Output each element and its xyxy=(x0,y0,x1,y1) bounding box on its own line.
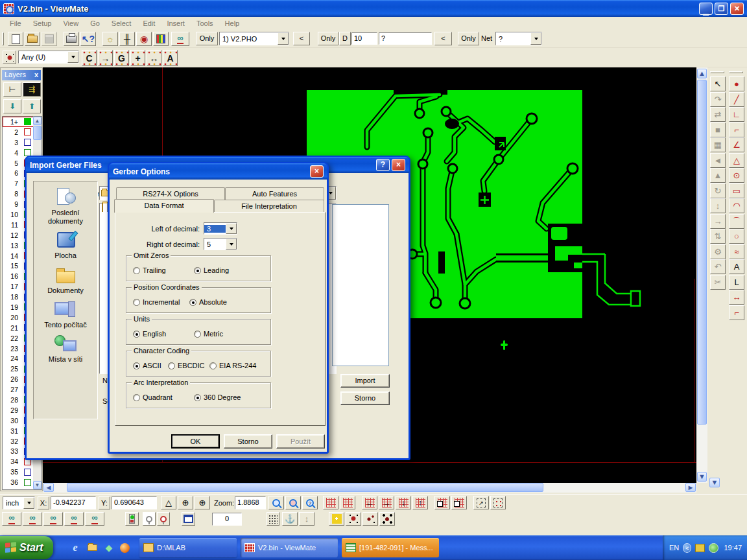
only-dcode-button[interactable]: Only xyxy=(318,32,338,45)
menu-help[interactable]: Help xyxy=(219,18,246,29)
radio-option-eia-rs-244[interactable]: EIA RS-244 xyxy=(209,362,256,369)
print-button[interactable] xyxy=(64,32,79,46)
aperture-combo-arrow[interactable] xyxy=(67,51,78,63)
radio-option-metric[interactable]: Metric xyxy=(194,330,223,338)
language-indicator[interactable]: EN xyxy=(669,544,679,552)
task-normal[interactable]: D:\MLAB xyxy=(139,538,237,557)
x-coordinate-button[interactable]: X: xyxy=(38,496,49,509)
layer-down-button[interactable]: ⬇ xyxy=(3,99,21,113)
block-tool[interactable]: ■ xyxy=(710,122,726,137)
layer-scroll-thumb[interactable] xyxy=(33,126,42,140)
unit-combo-arrow[interactable] xyxy=(23,497,34,509)
triangle-tool[interactable]: △ xyxy=(729,153,744,168)
layer-color-swatch[interactable] xyxy=(24,118,31,125)
place-computer[interactable]: Tento počítač xyxy=(36,300,95,329)
layer-order-button[interactable]: ⇶ xyxy=(23,82,41,97)
dcode-filter-input[interactable]: ? xyxy=(379,32,432,45)
flash-mode-1-button[interactable] xyxy=(329,512,344,526)
view-traces-button[interactable]: ∞ xyxy=(64,512,84,526)
apply-button[interactable]: Použít xyxy=(276,434,325,449)
dialog-close-button[interactable]: × xyxy=(310,165,324,178)
prev-layer-button[interactable]: < xyxy=(293,32,310,45)
pan-up-button[interactable]: ↑ xyxy=(412,496,428,509)
rectangle-tool[interactable]: ▭ xyxy=(729,183,744,198)
y-coordinate-button[interactable]: Y: xyxy=(99,496,110,509)
highlight-flash-button[interactable]: ☼ xyxy=(102,32,118,46)
layer-combo[interactable]: 1) V2.PHO xyxy=(219,32,289,45)
scroll-right-button[interactable]: ► xyxy=(685,483,696,492)
vector-mode-button[interactable]: ↕ xyxy=(299,512,314,526)
undo-tool[interactable]: ↶ xyxy=(710,259,726,274)
menu-insert[interactable]: Insert xyxy=(161,18,191,29)
radio-option-english[interactable]: English xyxy=(133,330,166,338)
corner-tool[interactable]: ⌐ xyxy=(729,122,744,137)
menu-view[interactable]: View xyxy=(57,18,84,29)
vertical-scroll-thumb[interactable] xyxy=(697,80,707,425)
cancel-button[interactable]: Storno xyxy=(224,434,272,449)
mirror-vertical-tool[interactable]: ▲ xyxy=(710,168,726,183)
move-item-tool[interactable]: → xyxy=(710,214,726,229)
quicklaunch-firefox-icon[interactable] xyxy=(118,541,131,554)
gerber-dialog-titlebar[interactable]: Gerber Options × xyxy=(109,163,327,180)
toolbar-grip[interactable] xyxy=(710,71,724,73)
place-documents[interactable]: Dokumenty xyxy=(36,266,95,295)
open-file-button[interactable] xyxy=(25,32,40,46)
task-alert[interactable]: [191-482-091] - Mess... xyxy=(342,538,439,557)
dcode-input[interactable]: 10 xyxy=(351,32,377,45)
swap-layer-tool[interactable]: ⇅ xyxy=(710,229,726,244)
tab-auto-features[interactable]: Auto Features xyxy=(225,187,324,200)
horizontal-scroll-thumb[interactable] xyxy=(67,483,543,492)
lamp-plain-button[interactable] xyxy=(143,512,156,526)
select-tool[interactable]: ↖ xyxy=(710,76,726,91)
scroll-left-button[interactable]: ◄ xyxy=(43,483,54,492)
grid-origin-button[interactable] xyxy=(434,496,450,509)
circle-tool[interactable]: ⊙ xyxy=(729,168,744,183)
grid-fine-button[interactable] xyxy=(340,496,355,509)
view-pads-button[interactable]: ∞ xyxy=(43,512,63,526)
save-file-button[interactable] xyxy=(42,32,57,46)
menu-go[interactable]: Go xyxy=(84,18,106,29)
radio-option-incremental[interactable]: Incremental xyxy=(133,298,180,306)
scale-tool[interactable]: ↕ xyxy=(710,198,726,213)
aperture-filter-button[interactable] xyxy=(3,51,16,64)
zoom-field[interactable]: 1.8868 xyxy=(235,496,266,509)
fill-tool[interactable]: ▦ xyxy=(710,137,726,152)
settings-tool[interactable]: ⚙ xyxy=(710,244,726,259)
radio-option-trailing[interactable]: Trailing xyxy=(133,266,166,274)
prev-dcode-button[interactable]: < xyxy=(434,32,452,45)
close-button[interactable]: ✕ xyxy=(730,3,744,15)
layer-combo-arrow[interactable] xyxy=(278,32,289,45)
toolbar-grip[interactable] xyxy=(729,71,743,73)
copy-tool[interactable]: ⇄ xyxy=(710,107,726,122)
tab-data-format[interactable]: Data Format xyxy=(114,199,214,213)
quicklaunch-folder-icon[interactable] xyxy=(86,541,99,554)
tray-messenger-icon[interactable] xyxy=(695,544,705,552)
spline-tool[interactable]: ≈ xyxy=(729,244,744,259)
combo-arrow[interactable] xyxy=(226,223,237,234)
y-coordinate-field[interactable]: 0.690643 xyxy=(112,496,157,509)
ok-button[interactable]: OK xyxy=(171,434,220,449)
rotate-tool[interactable]: ↻ xyxy=(710,183,726,198)
grid-count-field[interactable]: 0 xyxy=(212,513,242,526)
zoom-query-button[interactable]: ? xyxy=(302,496,318,509)
snap-grid-button[interactable] xyxy=(267,512,279,526)
dcode-c-button[interactable]: C xyxy=(82,50,97,66)
context-help-button[interactable]: ↖? xyxy=(80,32,96,46)
anchor-button[interactable]: ⚓ xyxy=(282,512,298,526)
layer-color-swatch[interactable] xyxy=(24,479,31,486)
layer-scroll-up-icon[interactable]: ▲ xyxy=(33,117,42,125)
dcode-view-button[interactable]: ◉ xyxy=(136,32,152,46)
combo-arrow[interactable] xyxy=(226,239,237,250)
dialog-close-button[interactable]: × xyxy=(392,159,405,171)
dcode-arrow-button[interactable]: → xyxy=(98,50,113,66)
split-view-button[interactable] xyxy=(182,512,195,526)
net-combo[interactable]: ? xyxy=(495,32,542,45)
radio-option-ascii[interactable]: ASCII xyxy=(133,362,161,369)
radio-option-360-degree[interactable]: 360 Degree xyxy=(194,393,241,401)
view-sketch-button[interactable]: ∞ xyxy=(85,512,104,526)
x-coordinate-field[interactable]: -0.942237 xyxy=(51,496,96,509)
radio-option-absolute[interactable]: Absolute xyxy=(189,298,227,306)
tools-panel-button[interactable]: ╫ xyxy=(119,32,135,46)
view-all-button[interactable]: ∞ xyxy=(2,512,21,526)
scroll-up-button[interactable]: ▲ xyxy=(697,69,707,78)
